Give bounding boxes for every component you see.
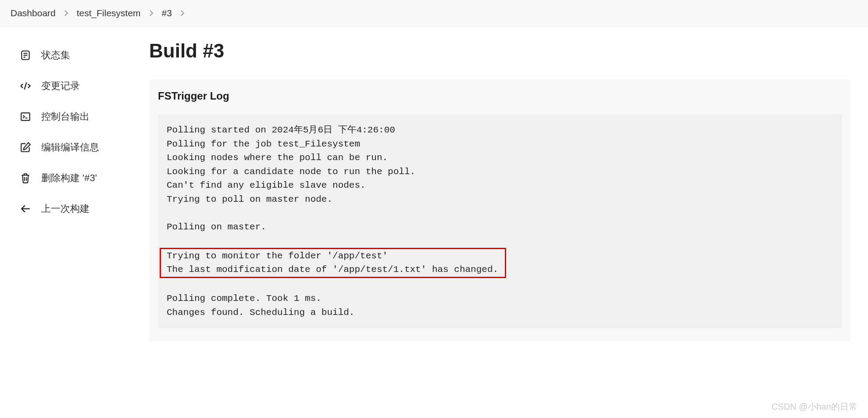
fstrigger-panel: FSTrigger Log Polling started on 2024年5月… <box>149 79 850 341</box>
log-line: The last modification date of '/app/test… <box>167 263 505 277</box>
sidebar-item-delete[interactable]: 删除构建 '#3' <box>17 163 136 193</box>
sidebar-item-label: 状态集 <box>41 49 70 62</box>
log-line: Changes found. Scheduling a build. <box>167 306 833 320</box>
sidebar-item-prev-build[interactable]: 上一次构建 <box>17 193 136 224</box>
sidebar-item-label: 上一次构建 <box>41 202 89 215</box>
svg-rect-5 <box>21 113 30 120</box>
sidebar-item-label: 编辑编译信息 <box>41 141 99 154</box>
terminal-icon <box>19 111 32 123</box>
log-output: Polling started on 2024年5月6日 下午4:26:00Po… <box>158 114 842 328</box>
log-line <box>167 234 833 248</box>
log-line <box>167 206 833 220</box>
sidebar-item-label: 删除构建 '#3' <box>41 171 97 185</box>
log-line: Looking nodes where the poll can be run. <box>167 151 833 165</box>
edit-icon <box>19 141 32 154</box>
log-line <box>167 278 833 292</box>
chevron-right-icon <box>149 10 154 17</box>
breadcrumb-item-build[interactable]: #3 <box>162 8 172 18</box>
sidebar-item-console[interactable]: 控制台输出 <box>17 101 136 132</box>
log-line: Looking for a candidate node to run the … <box>167 165 833 179</box>
arrow-left-icon <box>19 203 32 215</box>
sidebar-item-status[interactable]: 状态集 <box>17 40 136 71</box>
log-line: Polling started on 2024年5月6日 下午4:26:00 <box>167 123 833 137</box>
page-title: Build #3 <box>149 40 850 62</box>
breadcrumb: Dashboard test_Filesystem #3 <box>0 0 868 27</box>
chevron-right-icon <box>64 10 69 17</box>
log-line: Polling on master. <box>167 220 833 234</box>
sidebar-item-edit[interactable]: 编辑编译信息 <box>17 132 136 163</box>
sidebar-item-label: 控制台输出 <box>41 110 89 123</box>
sidebar-item-label: 变更记录 <box>41 79 80 93</box>
changes-icon <box>19 80 32 92</box>
status-icon <box>19 49 32 61</box>
highlight-annotation: Trying to monitor the folder '/app/test'… <box>160 248 506 278</box>
log-line: Can't find any eligible slave nodes. <box>167 179 833 193</box>
panel-title: FSTrigger Log <box>158 90 842 102</box>
svg-line-4 <box>25 82 27 89</box>
trash-icon <box>19 172 32 184</box>
watermark: CSDN @小han的日常 <box>772 401 857 413</box>
sidebar-item-changes[interactable]: 变更记录 <box>17 71 136 101</box>
main-content: Build #3 FSTrigger Log Polling started o… <box>145 40 868 341</box>
log-line: Trying to monitor the folder '/app/test' <box>167 249 505 263</box>
chevron-right-icon <box>180 10 185 17</box>
breadcrumb-item-dashboard[interactable]: Dashboard <box>11 8 56 18</box>
log-line: Polling complete. Took 1 ms. <box>167 292 833 306</box>
log-line: Trying to poll on master node. <box>167 193 833 207</box>
breadcrumb-item-job[interactable]: test_Filesystem <box>77 8 141 18</box>
sidebar: 状态集 变更记录 控制台输出 编辑编译信息 删除构建 '#3' <box>0 40 145 341</box>
log-line: Polling for the job test_Filesystem <box>167 137 833 151</box>
